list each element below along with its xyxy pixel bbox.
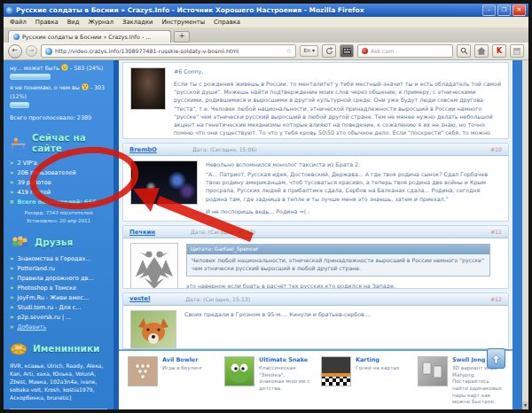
username-link[interactable]: Печкин: [129, 229, 155, 236]
minimize-button[interactable]: –: [482, 4, 496, 16]
friend-link[interactable]: »p2p.seversk.ru | ...: [10, 314, 107, 321]
comment-number[interactable]: #11: [490, 229, 502, 235]
bullet-icon: »: [10, 179, 14, 186]
bookmark-star-icon[interactable]: ☆: [286, 47, 292, 56]
online-item-label: 39 роботов: [18, 179, 51, 186]
asterisk-icon: ¤: [10, 199, 13, 206]
poll-option-votes: - 583 (24%): [70, 65, 103, 71]
bullet-icon: »: [10, 294, 14, 301]
online-robots[interactable]: »39 роботов: [10, 179, 107, 186]
online-users[interactable]: »206 пользователей: [10, 169, 107, 176]
username-link[interactable]: BrembO: [129, 146, 157, 153]
comment-number[interactable]: #10: [490, 146, 502, 152]
menu-history[interactable]: Журнал: [88, 19, 113, 26]
poll-bar: [10, 74, 51, 80]
comment-2: BrembO Дата: (Сегодня, 15:06) #10 Неволь…: [122, 143, 509, 222]
navigation-bar: ← → http://video.crazys.info/1308977481-…: [4, 43, 528, 60]
visitors-total-label: Всего посетителей: 666: [17, 199, 96, 206]
online-vip[interactable]: »2 VIP'а: [10, 160, 107, 167]
sidebar-banner[interactable]: [10, 409, 107, 409]
friend-link[interactable]: »Studi.tom.ru - Для с...: [10, 304, 107, 311]
kaspersky-button[interactable]: K: [492, 44, 506, 58]
kaspersky-icon: K: [497, 47, 502, 55]
game-description: 3D вариант игры Mahjong. Постарайтесь на…: [452, 365, 504, 406]
url-bar[interactable]: http://video.crazys.info/1308977481-russ…: [41, 44, 296, 58]
window-title: Русские солдаты в Боснии » Crazys.Info -…: [16, 6, 480, 14]
bullet-icon: »: [10, 189, 14, 196]
online-guests[interactable]: »419 гостей: [10, 189, 107, 196]
menu-file[interactable]: Файл: [10, 19, 27, 26]
game-title[interactable]: Ultimate Snake: [259, 356, 310, 363]
menu-view[interactable]: Вид: [67, 19, 80, 26]
home-icon: [477, 47, 486, 55]
search-button[interactable]: [457, 44, 471, 58]
friend-link[interactable]: »Знакомства в Городах...: [10, 255, 107, 262]
comment-number[interactable]: #12: [490, 296, 502, 302]
friend-link[interactable]: »Photoshop в Томске: [10, 284, 107, 292]
reload-button[interactable]: [322, 44, 336, 58]
sidebar: ну... может быть - 583 (24%) я не понима…: [4, 60, 119, 409]
poll-total: Всего проголосовало: 2389: [10, 114, 107, 121]
game-title[interactable]: Karting: [356, 356, 399, 363]
add-friend-link[interactable]: »Добавить: [10, 323, 107, 331]
language-button[interactable]: En ▾: [300, 45, 318, 57]
url-text: http://video.crazys.info/1308977481-russ…: [55, 48, 283, 54]
screenshot-frame: Русские солдаты в Боснии » Crazys.Info -…: [0, 0, 532, 413]
game-title[interactable]: Avil Bowler: [162, 356, 203, 363]
bullet-icon: »: [10, 323, 14, 331]
birthday-names[interactable]: ЯVR, ксавье, Ulrich, Raady, Alexa, Kan, …: [10, 362, 107, 402]
poll-option-1[interactable]: ну... может быть - 583 (24%): [10, 64, 107, 72]
quote-box: Цитата: Garfael_Spencer Человек любой на…: [186, 244, 490, 277]
comment-header: vestel Дата: (Сегодня, 15:13) #12: [123, 293, 508, 306]
comment-3: Печкин Дата: (Сегодня, 15:12) #11 Цитата…: [122, 225, 509, 289]
friend-link[interactable]: »JoyFm.Ru - Живи вмес...: [10, 294, 107, 301]
search-box[interactable]: Ask.com: [357, 44, 453, 58]
birthdays-section-header: Именинники: [10, 341, 107, 355]
addon-button[interactable]: [340, 44, 354, 58]
reply-mention[interactable]: #6 Conny,: [174, 67, 501, 75]
scrollbar-down-arrow[interactable]: ▼: [522, 401, 528, 409]
vertical-scrollbar[interactable]: ▼: [522, 60, 528, 409]
friend-link[interactable]: »Potterland.ru: [10, 265, 107, 272]
scroll-to-top-button[interactable]: [487, 348, 505, 369]
back-button[interactable]: ←: [8, 44, 22, 58]
game-ultimate-snake[interactable]: Ultimate Snake Классическая "Змейка", зн…: [224, 356, 310, 406]
mahjong-thumbnail: [418, 356, 448, 386]
forward-button[interactable]: →: [26, 45, 37, 57]
misc-toolbar-button[interactable]: [510, 44, 524, 58]
poll-option-2[interactable]: я не понимаю, о чем вы - 303 (12%): [10, 83, 107, 100]
friend-link[interactable]: »Правила дорожного дв...: [10, 275, 107, 282]
page-content: ну... может быть - 583 (24%) я не понима…: [4, 60, 528, 409]
tab-crazys[interactable]: Русские солдаты в Боснии » Crazys.Info -…: [8, 30, 171, 43]
reload-icon: [325, 47, 333, 55]
game-avil-bowler[interactable]: Avil Bowler Игра в боулинг: [128, 356, 214, 406]
record-line: Установлен: 20 апр 2011: [10, 217, 107, 224]
game-karting[interactable]: Karting Гонки на картах: [321, 356, 407, 406]
bowling-pins-icon: [129, 357, 157, 386]
menu-bookmarks[interactable]: Закладки: [122, 19, 153, 26]
menu-help[interactable]: Справка: [214, 19, 240, 26]
comments-list: #6 Conny, Если ты с рождения живешь в Ро…: [119, 60, 512, 349]
friend-label: Photoshop в Томске: [18, 284, 76, 292]
online-item-label: 206 пользователей: [18, 169, 76, 176]
page-background-strip: [512, 60, 522, 409]
surprised-smiley-icon: [82, 83, 89, 90]
maximize-button[interactable]: ❐: [497, 4, 511, 16]
username-link[interactable]: vestel: [129, 295, 150, 302]
visitors-total: ¤Всего посетителей: 666: [10, 199, 107, 206]
new-tab-button[interactable]: +: [174, 31, 190, 43]
comment-text: Цитата: Garfael_Spencer Человек любой на…: [186, 243, 501, 289]
snake-thumbnail: [224, 356, 254, 386]
menu-tools[interactable]: Инструменты: [161, 19, 205, 26]
close-button[interactable]: ✕: [512, 4, 526, 16]
comment-body: Невольно вспомнился монолог таксиста из …: [123, 156, 508, 222]
tab-title: Русские солдаты в Боснии » Crazys.Info -…: [22, 34, 151, 41]
home-button[interactable]: [474, 44, 489, 58]
bullet-icon: »: [10, 160, 14, 167]
online-section-header: Сейчас на сайте: [10, 132, 107, 153]
firefox-window: Русские солдаты в Боснии » Crazys.Info -…: [4, 4, 528, 409]
friend-label: Правила дорожного дв...: [18, 275, 94, 282]
friend-label: Potterland.ru: [18, 265, 55, 272]
menu-edit[interactable]: Правка: [35, 19, 59, 26]
games-bar: Avil Bowler Игра в боулинг Ultimate Snak…: [119, 349, 512, 409]
